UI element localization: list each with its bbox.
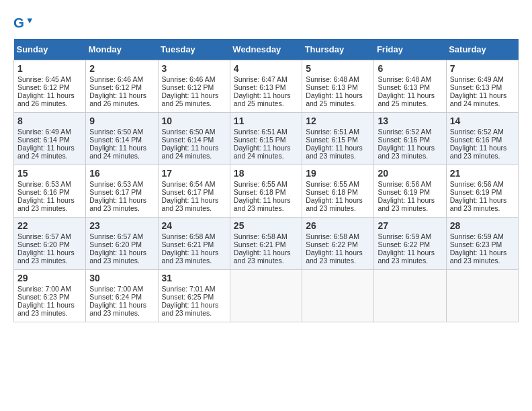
day-number: 19 <box>306 168 370 179</box>
calendar-cell: 3Sunrise: 6:46 AMSunset: 6:12 PMDaylight… <box>158 60 230 113</box>
day-info: Sunrise: 6:48 AMSunset: 6:13 PMDaylight:… <box>378 75 435 107</box>
calendar-cell: 1Sunrise: 6:45 AMSunset: 6:12 PMDaylight… <box>14 60 86 113</box>
day-number: 28 <box>450 220 515 231</box>
day-info: Sunrise: 6:51 AMSunset: 6:15 PMDaylight:… <box>306 128 363 160</box>
day-number: 13 <box>378 116 442 126</box>
calendar-cell: 20Sunrise: 6:56 AMSunset: 6:19 PMDayligh… <box>374 165 446 218</box>
day-info: Sunrise: 6:47 AMSunset: 6:13 PMDaylight:… <box>234 75 291 107</box>
day-header-friday: Friday <box>374 39 446 60</box>
calendar-cell <box>374 270 446 322</box>
calendar-cell: 30Sunrise: 7:00 AMSunset: 6:24 PMDayligh… <box>86 270 158 322</box>
day-info: Sunrise: 6:50 AMSunset: 6:14 PMDaylight:… <box>89 128 146 160</box>
day-info: Sunrise: 6:54 AMSunset: 6:17 PMDaylight:… <box>162 180 219 212</box>
day-number: 25 <box>234 220 298 231</box>
day-info: Sunrise: 6:59 AMSunset: 6:22 PMDaylight:… <box>378 232 435 265</box>
calendar-cell: 12Sunrise: 6:51 AMSunset: 6:15 PMDayligh… <box>302 113 374 165</box>
day-info: Sunrise: 6:53 AMSunset: 6:17 PMDaylight:… <box>89 180 146 212</box>
day-number: 3 <box>162 63 226 74</box>
day-number: 17 <box>162 168 226 179</box>
calendar-cell: 19Sunrise: 6:55 AMSunset: 6:18 PMDayligh… <box>302 165 374 218</box>
day-number: 18 <box>234 168 298 179</box>
calendar-cell: 21Sunrise: 6:56 AMSunset: 6:19 PMDayligh… <box>446 165 518 218</box>
day-info: Sunrise: 6:49 AMSunset: 6:13 PMDaylight:… <box>450 75 507 107</box>
day-info: Sunrise: 6:48 AMSunset: 6:13 PMDaylight:… <box>306 75 363 107</box>
day-info: Sunrise: 6:46 AMSunset: 6:12 PMDaylight:… <box>162 75 219 107</box>
calendar-cell <box>230 270 302 322</box>
day-number: 6 <box>378 63 442 74</box>
day-info: Sunrise: 6:55 AMSunset: 6:18 PMDaylight:… <box>306 180 363 212</box>
day-info: Sunrise: 6:58 AMSunset: 6:22 PMDaylight:… <box>306 232 363 265</box>
calendar-cell: 31Sunrise: 7:01 AMSunset: 6:25 PMDayligh… <box>158 270 230 322</box>
day-info: Sunrise: 6:52 AMSunset: 6:16 PMDaylight:… <box>450 128 507 160</box>
week-row-6: 29Sunrise: 7:00 AMSunset: 6:23 PMDayligh… <box>14 270 519 322</box>
day-info: Sunrise: 6:57 AMSunset: 6:20 PMDaylight:… <box>89 232 146 265</box>
calendar-cell: 11Sunrise: 6:51 AMSunset: 6:15 PMDayligh… <box>230 113 302 165</box>
logo-icon: G <box>13 13 32 32</box>
calendar-cell: 25Sunrise: 6:58 AMSunset: 6:21 PMDayligh… <box>230 218 302 270</box>
day-number: 11 <box>234 116 298 126</box>
day-number: 27 <box>378 220 442 231</box>
day-info: Sunrise: 7:01 AMSunset: 6:25 PMDaylight:… <box>162 285 219 317</box>
day-number: 31 <box>162 273 226 283</box>
calendar-cell: 23Sunrise: 6:57 AMSunset: 6:20 PMDayligh… <box>86 218 158 270</box>
day-number: 10 <box>162 116 226 126</box>
calendar-cell: 17Sunrise: 6:54 AMSunset: 6:17 PMDayligh… <box>158 165 230 218</box>
calendar-cell: 16Sunrise: 6:53 AMSunset: 6:17 PMDayligh… <box>86 165 158 218</box>
day-number: 22 <box>17 220 82 231</box>
week-row-4: 15Sunrise: 6:53 AMSunset: 6:16 PMDayligh… <box>14 165 519 218</box>
day-info: Sunrise: 6:59 AMSunset: 6:23 PMDaylight:… <box>450 232 507 265</box>
day-number: 4 <box>234 63 298 74</box>
day-number: 26 <box>306 220 370 231</box>
calendar-cell: 14Sunrise: 6:52 AMSunset: 6:16 PMDayligh… <box>446 113 518 165</box>
calendar-cell: 29Sunrise: 7:00 AMSunset: 6:23 PMDayligh… <box>14 270 86 322</box>
day-info: Sunrise: 6:50 AMSunset: 6:14 PMDaylight:… <box>162 128 219 160</box>
calendar-cell: 24Sunrise: 6:58 AMSunset: 6:21 PMDayligh… <box>158 218 230 270</box>
day-number: 16 <box>89 168 154 179</box>
day-info: Sunrise: 6:56 AMSunset: 6:19 PMDaylight:… <box>450 180 507 212</box>
day-info: Sunrise: 6:49 AMSunset: 6:14 PMDaylight:… <box>17 128 75 160</box>
calendar-cell: 7Sunrise: 6:49 AMSunset: 6:13 PMDaylight… <box>446 60 518 113</box>
day-number: 21 <box>450 168 515 179</box>
day-number: 23 <box>89 220 154 231</box>
day-header-monday: Monday <box>86 39 158 60</box>
day-info: Sunrise: 6:53 AMSunset: 6:16 PMDaylight:… <box>17 180 75 212</box>
day-number: 9 <box>89 116 154 126</box>
calendar-table: SundayMondayTuesdayWednesdayThursdayFrid… <box>13 39 519 322</box>
calendar-cell: 5Sunrise: 6:48 AMSunset: 6:13 PMDaylight… <box>302 60 374 113</box>
day-number: 20 <box>378 168 442 179</box>
calendar-cell: 26Sunrise: 6:58 AMSunset: 6:22 PMDayligh… <box>302 218 374 270</box>
calendar-cell: 22Sunrise: 6:57 AMSunset: 6:20 PMDayligh… <box>14 218 86 270</box>
calendar-cell: 9Sunrise: 6:50 AMSunset: 6:14 PMDaylight… <box>86 113 158 165</box>
day-info: Sunrise: 6:51 AMSunset: 6:15 PMDaylight:… <box>234 128 291 160</box>
day-info: Sunrise: 6:57 AMSunset: 6:20 PMDaylight:… <box>17 232 75 265</box>
calendar-cell: 28Sunrise: 6:59 AMSunset: 6:23 PMDayligh… <box>446 218 518 270</box>
day-header-tuesday: Tuesday <box>158 39 230 60</box>
day-header-saturday: Saturday <box>446 39 518 60</box>
calendar-cell: 10Sunrise: 6:50 AMSunset: 6:14 PMDayligh… <box>158 113 230 165</box>
day-info: Sunrise: 6:45 AMSunset: 6:12 PMDaylight:… <box>17 75 75 107</box>
day-number: 8 <box>17 116 82 126</box>
day-number: 15 <box>17 168 82 179</box>
calendar-cell: 4Sunrise: 6:47 AMSunset: 6:13 PMDaylight… <box>230 60 302 113</box>
day-number: 5 <box>306 63 370 74</box>
day-number: 30 <box>89 273 154 283</box>
calendar-cell <box>302 270 374 322</box>
day-number: 24 <box>162 220 226 231</box>
day-number: 2 <box>89 63 154 74</box>
header-row: SundayMondayTuesdayWednesdayThursdayFrid… <box>14 39 519 60</box>
day-info: Sunrise: 6:52 AMSunset: 6:16 PMDaylight:… <box>378 128 435 160</box>
svg-marker-1 <box>28 18 32 23</box>
day-header-thursday: Thursday <box>302 39 374 60</box>
day-info: Sunrise: 6:55 AMSunset: 6:18 PMDaylight:… <box>234 180 291 212</box>
calendar-cell: 8Sunrise: 6:49 AMSunset: 6:14 PMDaylight… <box>14 113 86 165</box>
day-header-wednesday: Wednesday <box>230 39 302 60</box>
calendar-cell: 6Sunrise: 6:48 AMSunset: 6:13 PMDaylight… <box>374 60 446 113</box>
calendar-cell: 2Sunrise: 6:46 AMSunset: 6:12 PMDaylight… <box>86 60 158 113</box>
week-row-5: 22Sunrise: 6:57 AMSunset: 6:20 PMDayligh… <box>14 218 519 270</box>
day-info: Sunrise: 6:58 AMSunset: 6:21 PMDaylight:… <box>162 232 219 265</box>
week-row-3: 8Sunrise: 6:49 AMSunset: 6:14 PMDaylight… <box>14 113 519 165</box>
day-info: Sunrise: 7:00 AMSunset: 6:23 PMDaylight:… <box>17 285 75 317</box>
calendar-cell: 18Sunrise: 6:55 AMSunset: 6:18 PMDayligh… <box>230 165 302 218</box>
day-number: 29 <box>17 273 82 283</box>
svg-text:G: G <box>13 15 24 30</box>
